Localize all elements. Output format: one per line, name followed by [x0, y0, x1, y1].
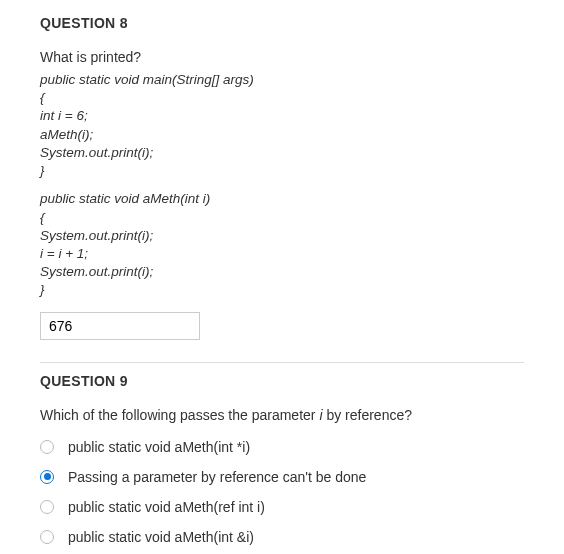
- question-8-code-block-2: public static void aMeth(int i) { System…: [40, 190, 524, 299]
- question-9-option-2[interactable]: public static void aMeth(ref int i): [40, 499, 524, 515]
- question-8-code-block-1: public static void main(String[] args) {…: [40, 71, 524, 180]
- radio-icon[interactable]: [40, 500, 54, 514]
- question-8-prompt: What is printed?: [40, 49, 524, 65]
- option-label: Passing a parameter by reference can't b…: [68, 469, 366, 485]
- question-9-option-3[interactable]: public static void aMeth(int &i): [40, 529, 524, 545]
- question-9-options: public static void aMeth(int *i)Passing …: [40, 439, 524, 545]
- question-9-option-1[interactable]: Passing a parameter by reference can't b…: [40, 469, 524, 485]
- radio-icon[interactable]: [40, 530, 54, 544]
- question-8-answer-input[interactable]: [40, 312, 200, 340]
- option-label: public static void aMeth(int *i): [68, 439, 250, 455]
- radio-icon[interactable]: [40, 470, 54, 484]
- radio-icon[interactable]: [40, 440, 54, 454]
- question-9-prompt: Which of the following passes the parame…: [40, 407, 524, 423]
- option-label: public static void aMeth(ref int i): [68, 499, 265, 515]
- question-9-option-0[interactable]: public static void aMeth(int *i): [40, 439, 524, 455]
- question-8-title: QUESTION 8: [40, 15, 524, 31]
- question-9-prompt-post: by reference?: [323, 407, 413, 423]
- question-9: QUESTION 9 Which of the following passes…: [20, 363, 544, 554]
- question-9-title: QUESTION 9: [40, 373, 524, 389]
- question-9-prompt-pre: Which of the following passes the parame…: [40, 407, 319, 423]
- question-8: QUESTION 8 What is printed? public stati…: [20, 5, 544, 362]
- option-label: public static void aMeth(int &i): [68, 529, 254, 545]
